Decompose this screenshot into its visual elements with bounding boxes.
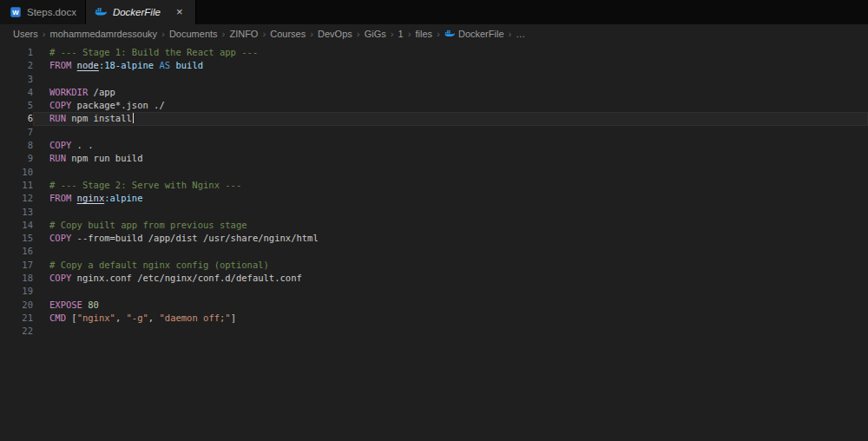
breadcrumb-label: Users bbox=[13, 29, 38, 39]
code-line-5[interactable]: 5COPY package*.json ./ bbox=[0, 99, 868, 112]
line-number[interactable]: 18 bbox=[0, 272, 33, 285]
breadcrumb-item-files[interactable]: files bbox=[415, 29, 434, 39]
breadcrumb-item-dockerfile[interactable]: DockerFile bbox=[444, 29, 505, 39]
line-number[interactable]: 2 bbox=[0, 59, 33, 72]
breadcrumb-label: Courses bbox=[270, 29, 306, 39]
code-line-21[interactable]: 21CMD ["nginx", "-g", "daemon off;"] bbox=[0, 312, 868, 325]
breadcrumb-item-documents[interactable]: Documents bbox=[168, 29, 219, 39]
code-line-1[interactable]: 1# --- Stage 1: Build the React app --- bbox=[0, 46, 868, 59]
token-image: :18-alpine bbox=[99, 60, 154, 70]
code-text bbox=[33, 285, 868, 298]
token-plain: , bbox=[148, 313, 160, 323]
line-number[interactable]: 8 bbox=[0, 139, 33, 152]
token-keyword: RUN bbox=[49, 113, 66, 123]
breadcrumb-item--[interactable]: … bbox=[515, 29, 526, 39]
breadcrumb-label: GiGs bbox=[365, 29, 386, 39]
token-keyword: COPY bbox=[49, 273, 71, 283]
code-line-6[interactable]: 6RUN npm install bbox=[0, 112, 868, 125]
line-number[interactable]: 15 bbox=[0, 232, 33, 245]
breadcrumb-item-users[interactable]: Users bbox=[12, 29, 39, 39]
token-plain: nginx.conf /etc/nginx/conf.d/default.con… bbox=[71, 273, 302, 283]
token-keyword: FROM bbox=[49, 60, 77, 70]
line-number[interactable]: 16 bbox=[0, 245, 33, 258]
token-comment: # Copy built app from previous stage bbox=[49, 220, 247, 230]
code-line-22[interactable]: 22 bbox=[0, 325, 868, 338]
docker-whale-icon bbox=[444, 29, 455, 39]
token-image: build bbox=[175, 60, 203, 70]
code-line-3[interactable]: 3 bbox=[0, 73, 868, 86]
token-string: "nginx" bbox=[77, 313, 115, 323]
line-number[interactable]: 3 bbox=[0, 73, 33, 86]
line-number[interactable]: 17 bbox=[0, 259, 33, 272]
breadcrumb-item-courses[interactable]: Courses bbox=[269, 29, 306, 39]
code-line-8[interactable]: 8COPY . . bbox=[0, 139, 868, 152]
code-text: WORKDIR /app bbox=[33, 86, 868, 99]
code-text bbox=[33, 325, 868, 338]
line-number[interactable]: 19 bbox=[0, 285, 33, 298]
code-line-15[interactable]: 15COPY --from=build /app/dist /usr/share… bbox=[0, 232, 868, 245]
token-image-link: node bbox=[77, 60, 99, 70]
code-line-7[interactable]: 7 bbox=[0, 126, 868, 139]
word-doc-icon: W bbox=[9, 6, 22, 19]
line-number[interactable]: 22 bbox=[0, 325, 33, 338]
code-line-17[interactable]: 17# Copy a default nginx config (optiona… bbox=[0, 259, 868, 272]
tab-dockerfile[interactable]: DockerFile× bbox=[86, 0, 196, 24]
code-text: EXPOSE 80 bbox=[33, 299, 868, 312]
code-line-16[interactable]: 16 bbox=[0, 245, 868, 258]
chevron-separator-icon: › bbox=[505, 29, 516, 39]
line-number[interactable]: 20 bbox=[0, 299, 33, 312]
breadcrumb-item-1[interactable]: 1 bbox=[398, 29, 404, 39]
token-plain: package*.json ./ bbox=[71, 100, 164, 110]
line-number[interactable]: 5 bbox=[0, 99, 33, 112]
breadcrumb-item-gigs[interactable]: GiGs bbox=[364, 29, 387, 39]
docker-whale-icon bbox=[95, 6, 108, 19]
line-number[interactable]: 11 bbox=[0, 179, 33, 192]
tab-bar: WSteps.docxDockerFile× bbox=[0, 0, 868, 24]
code-line-10[interactable]: 10 bbox=[0, 166, 868, 179]
svg-text:W: W bbox=[12, 9, 19, 16]
line-number[interactable]: 7 bbox=[0, 126, 33, 139]
line-number[interactable]: 4 bbox=[0, 86, 33, 99]
line-number[interactable]: 13 bbox=[0, 206, 33, 219]
code-line-18[interactable]: 18COPY nginx.conf /etc/nginx/conf.d/defa… bbox=[0, 272, 868, 285]
code-line-13[interactable]: 13 bbox=[0, 206, 868, 219]
breadcrumb-label: files bbox=[416, 29, 433, 39]
token-plain: . . bbox=[71, 140, 93, 150]
breadcrumb-label: DevOps bbox=[318, 29, 352, 39]
breadcrumb-label: 1 bbox=[398, 29, 404, 39]
code-line-4[interactable]: 4WORKDIR /app bbox=[0, 86, 868, 99]
line-number[interactable]: 9 bbox=[0, 152, 33, 165]
code-line-12[interactable]: 12FROM nginx:alpine bbox=[0, 192, 868, 205]
token-keyword: COPY bbox=[49, 233, 71, 243]
line-number[interactable]: 1 bbox=[0, 46, 33, 59]
breadcrumb-item-zinfo[interactable]: ZINFO bbox=[228, 29, 259, 39]
code-text: COPY --from=build /app/dist /usr/share/n… bbox=[33, 232, 868, 245]
code-line-19[interactable]: 19 bbox=[0, 285, 868, 298]
code-line-11[interactable]: 11# --- Stage 2: Serve with Nginx --- bbox=[0, 179, 868, 192]
breadcrumb-item-mohammedamrdessouky[interactable]: mohammedamrdessouky bbox=[49, 29, 159, 39]
token-comment: # Copy a default nginx config (optional) bbox=[49, 260, 269, 270]
code-line-20[interactable]: 20EXPOSE 80 bbox=[0, 299, 868, 312]
line-number[interactable]: 10 bbox=[0, 166, 33, 179]
line-number[interactable]: 21 bbox=[0, 312, 33, 325]
code-line-2[interactable]: 2FROM node:18-alpine AS build bbox=[0, 59, 868, 72]
line-number[interactable]: 12 bbox=[0, 192, 33, 205]
line-number[interactable]: 14 bbox=[0, 219, 33, 232]
token-image-link: nginx bbox=[77, 193, 105, 203]
breadcrumb-item-devops[interactable]: DevOps bbox=[317, 29, 353, 39]
close-icon[interactable]: × bbox=[173, 5, 187, 19]
tab-label: DockerFile bbox=[113, 7, 161, 17]
code-text bbox=[33, 206, 868, 219]
code-text bbox=[33, 166, 868, 179]
code-line-14[interactable]: 14# Copy built app from previous stage bbox=[0, 219, 868, 232]
token-plain: --from=build /app/dist /usr/share/nginx/… bbox=[71, 233, 318, 243]
code-editor[interactable]: 1# --- Stage 1: Build the React app ---2… bbox=[0, 43, 868, 339]
token-plain: /app bbox=[88, 87, 115, 97]
code-line-9[interactable]: 9RUN npm run build bbox=[0, 152, 868, 165]
tab-steps-docx[interactable]: WSteps.docx bbox=[0, 0, 86, 24]
token-string: "-g" bbox=[127, 313, 148, 323]
token-plain: npm run build bbox=[66, 153, 143, 163]
code-text: RUN npm install bbox=[33, 112, 868, 125]
breadcrumb-label: mohammedamrdessouky bbox=[50, 29, 158, 39]
line-number[interactable]: 6 bbox=[0, 112, 33, 125]
